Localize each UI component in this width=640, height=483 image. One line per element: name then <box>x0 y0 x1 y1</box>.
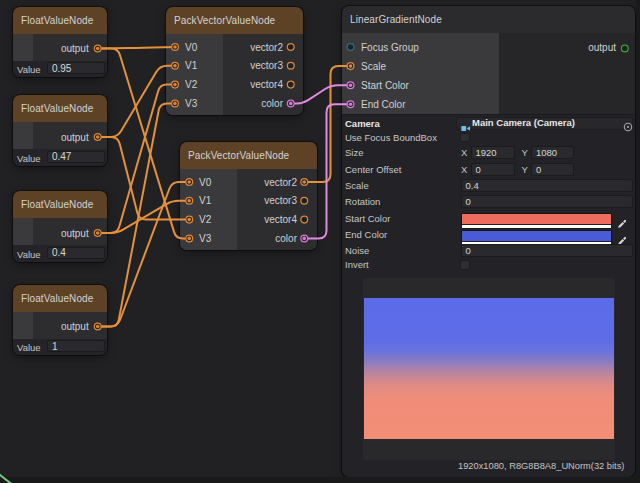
center-y-label: Y <box>522 163 528 176</box>
output-port-label: color <box>217 232 297 245</box>
output-port-label: vector2 <box>203 41 283 54</box>
node-title: FloatValueNode <box>13 95 107 122</box>
output-port-label: vector4 <box>217 213 297 226</box>
pack-vector-node[interactable]: PackVectorValueNodeV0vector2V1vector3V2v… <box>166 7 303 116</box>
inspector-label: End Color <box>345 228 387 241</box>
preview-caption: 1920x1080, R8G8B8A8_UNorm(32 bits) <box>458 461 624 471</box>
output-port-label: color <box>203 97 283 110</box>
object-picker-icon[interactable] <box>623 118 633 136</box>
output-port-label: vector3 <box>203 59 283 72</box>
value-label: Value <box>17 341 41 354</box>
panel-edge-right <box>636 0 640 483</box>
input-port-label: V1 <box>185 59 197 72</box>
value-field[interactable]: 1 <box>47 340 105 352</box>
input-port-label: V2 <box>185 78 197 91</box>
output-port-label: output <box>556 41 616 54</box>
value-label: Value <box>17 63 41 76</box>
value-field[interactable]: 0.47 <box>47 151 105 163</box>
input-port-label: Scale <box>361 60 386 73</box>
linear-gradient-node[interactable]: LinearGradientNodeFocus GroupScaleStart … <box>342 6 635 477</box>
input-port-label: V0 <box>185 41 197 54</box>
node-title: FloatValueNode <box>13 191 107 218</box>
value-label: Value <box>17 152 41 165</box>
float-value-node[interactable]: FloatValueNodeoutputValue1 <box>13 285 107 356</box>
invert-checkbox[interactable] <box>460 260 470 269</box>
center-y-field[interactable]: 0 <box>531 163 574 176</box>
inspector-label: Use Focus BoundBox <box>345 131 437 144</box>
input-port-label: Focus Group <box>361 41 419 54</box>
float-value-node[interactable]: FloatValueNodeoutputValue0.47 <box>13 95 107 166</box>
edge-float3-pack2-v1[interactable] <box>98 201 190 233</box>
size-x-label: X <box>461 146 467 159</box>
input-port-label: End Color <box>361 98 405 111</box>
edge-float1-pack1-v0[interactable] <box>98 47 175 49</box>
input-slot <box>13 312 33 339</box>
output-port-label: output <box>39 227 89 240</box>
inspector-label: Rotation <box>345 195 380 208</box>
input-slot <box>13 218 33 245</box>
output-port-label: vector2 <box>217 176 297 189</box>
float-value-node[interactable]: FloatValueNodeoutputValue0.4 <box>13 191 107 262</box>
pack-vector-node[interactable]: PackVectorValueNodeV0vector2V1vector3V2v… <box>180 142 317 251</box>
input-port-label: V0 <box>199 176 211 189</box>
inspector-label: Center Offset <box>345 163 401 176</box>
input-port-label: Start Color <box>361 79 409 92</box>
inspector-label: Size <box>345 146 363 159</box>
size-y-label: Y <box>522 146 528 159</box>
inspector-label: Noise <box>345 244 369 257</box>
float-value-node[interactable]: FloatValueNodeoutputValue0.95 <box>13 7 107 78</box>
rotation-field[interactable]: 0 <box>461 195 634 208</box>
use-focus-checkbox[interactable] <box>460 133 470 142</box>
output-port-label: vector4 <box>203 78 283 91</box>
node-graph-canvas[interactable]: FloatValueNodeoutputValue0.95FloatValueN… <box>0 0 640 483</box>
separator <box>342 114 635 116</box>
output-port-label: output <box>39 131 89 144</box>
start-color-eyedropper-icon[interactable] <box>617 215 628 233</box>
input-port-label: V1 <box>199 194 211 207</box>
inspector-label: Scale <box>345 179 369 192</box>
edge-float4-pack2-v0[interactable] <box>98 182 190 327</box>
edge-float2-pack1-v1[interactable] <box>98 66 175 137</box>
center-x-label: X <box>461 163 467 176</box>
input-port-label: V3 <box>185 97 197 110</box>
scale-field[interactable]: 0.4 <box>461 179 634 192</box>
panel-edge-bottom <box>0 477 640 483</box>
noise-field[interactable]: 0 <box>461 244 634 257</box>
size-x-field[interactable]: 1920 <box>471 146 516 159</box>
center-x-field[interactable]: 0 <box>471 163 516 176</box>
value-field[interactable]: 0.4 <box>47 247 105 259</box>
output-port-label: vector3 <box>217 194 297 207</box>
inspector-label: Start Color <box>345 212 390 225</box>
start-color-alpha-bar <box>462 224 611 228</box>
node-title: FloatValueNode <box>13 285 107 312</box>
node-title: PackVectorValueNode <box>166 7 303 35</box>
node-title: FloatValueNode <box>13 7 107 34</box>
value-label: Value <box>17 248 41 261</box>
output-port-label: output <box>39 42 89 55</box>
node-title: LinearGradientNode <box>342 6 635 34</box>
camera-object-value: Main Camera (Camera) <box>472 116 575 129</box>
input-port-label: V2 <box>199 213 211 226</box>
inspector-label: Invert <box>345 258 369 271</box>
value-field[interactable]: 0.95 <box>47 62 105 74</box>
edge-float4-pack1-v3[interactable] <box>98 103 175 326</box>
gradient-preview-image <box>364 298 614 439</box>
input-slot <box>13 122 33 149</box>
input-slot <box>13 34 33 61</box>
edge-float2-pack2-v2[interactable] <box>98 137 190 220</box>
inspector-label: Camera <box>345 117 380 130</box>
input-port-label: V3 <box>199 232 211 245</box>
size-y-field[interactable]: 1080 <box>531 146 574 159</box>
output-port-label: output <box>39 320 89 333</box>
node-title: PackVectorValueNode <box>180 142 317 170</box>
edge-float3-pack1-v2[interactable] <box>98 85 175 233</box>
start-color-swatch[interactable] <box>461 213 612 229</box>
